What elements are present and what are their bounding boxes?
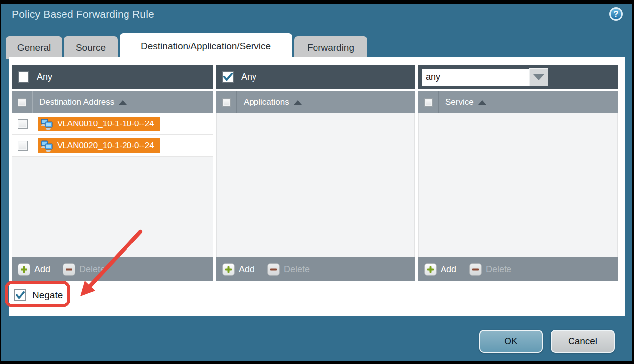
sort-ascending-icon: [478, 100, 486, 105]
add-label: Add: [239, 264, 254, 275]
address-object-label: VLAN0020_10-1-20-0--24: [57, 141, 154, 151]
service-column-title: Service: [445, 97, 474, 107]
destination-column-title: Destination Address: [39, 97, 114, 107]
delete-button[interactable]: Delete: [267, 263, 310, 276]
applications-any-bar: Any: [216, 65, 415, 89]
service-dropdown-bar: [418, 65, 618, 89]
address-object[interactable]: VLAN0020_10-1-20-0--24: [38, 138, 160, 153]
add-button[interactable]: Add: [222, 263, 254, 276]
tab-label: Source: [76, 42, 106, 53]
delete-button[interactable]: Delete: [469, 263, 511, 276]
plus-icon: [18, 263, 30, 276]
service-list: [418, 113, 618, 257]
service-combo: [422, 68, 548, 86]
applications-any-checkbox[interactable]: [222, 71, 234, 83]
tab-destination-application-service[interactable]: Destination/Application/Service: [120, 33, 292, 59]
service-panel: Service Add Delete: [418, 65, 618, 281]
tab-source[interactable]: Source: [64, 36, 118, 59]
help-icon[interactable]: ?: [609, 7, 623, 21]
row-checkbox[interactable]: [18, 141, 28, 151]
applications-column-title: Applications: [244, 97, 289, 107]
ok-button[interactable]: OK: [479, 330, 543, 353]
checkmark-icon: [16, 291, 25, 299]
tab-label: General: [17, 42, 51, 53]
delete-button[interactable]: Delete: [63, 263, 105, 276]
address-object-icon: [40, 140, 53, 152]
service-column-header[interactable]: Service: [418, 91, 618, 113]
tab-forwarding[interactable]: Forwarding: [294, 36, 367, 59]
dialog-body: Any Destination Address: [9, 57, 625, 316]
negate-row: Negate: [14, 289, 63, 301]
delete-label: Delete: [79, 264, 105, 275]
applications-select-all-checkbox[interactable]: [222, 98, 231, 107]
row-checkbox-cell: [12, 135, 33, 156]
address-object-label: VLAN0010_10-1-10-0--24: [57, 119, 154, 129]
plus-icon: [424, 263, 437, 276]
add-label: Add: [34, 264, 50, 275]
checkmark-icon: [223, 73, 233, 81]
cancel-button[interactable]: Cancel: [551, 330, 615, 353]
applications-footer: Add Delete: [216, 257, 415, 281]
sort-ascending-icon: [119, 100, 127, 105]
delete-label: Delete: [284, 264, 310, 275]
table-row[interactable]: VLAN0020_10-1-20-0--24: [12, 135, 213, 157]
negate-label: Negate: [32, 290, 63, 301]
help-glyph: ?: [614, 10, 619, 19]
tab-bar: General Source Destination/Application/S…: [6, 33, 367, 59]
chevron-down-icon: [533, 74, 544, 80]
delete-label: Delete: [486, 264, 511, 275]
tab-general[interactable]: General: [6, 36, 62, 59]
applications-panel: Any Applications Add Delete: [216, 65, 415, 281]
applications-list: [216, 113, 415, 257]
tab-label: Destination/Application/Service: [141, 41, 271, 52]
destination-column-header[interactable]: Destination Address: [12, 91, 213, 113]
service-dropdown-button[interactable]: [529, 68, 548, 86]
add-label: Add: [441, 264, 456, 275]
destination-any-label: Any: [37, 72, 52, 82]
service-dropdown-input[interactable]: [422, 69, 529, 86]
applications-column-header[interactable]: Applications: [216, 91, 415, 113]
row-checkbox-cell: [12, 113, 33, 134]
destination-select-all-checkbox[interactable]: [18, 98, 26, 107]
ok-label: OK: [504, 336, 517, 347]
table-row[interactable]: VLAN0010_10-1-10-0--24: [12, 113, 213, 135]
add-button[interactable]: Add: [18, 263, 50, 276]
cancel-label: Cancel: [568, 336, 597, 347]
sort-ascending-icon: [294, 100, 302, 105]
add-button[interactable]: Add: [424, 263, 456, 276]
destination-any-checkbox[interactable]: [18, 71, 29, 83]
applications-any-label: Any: [241, 72, 256, 82]
address-object-icon: [40, 118, 53, 130]
dialog-title: Policy Based Forwarding Rule: [12, 8, 154, 20]
destination-footer: Add Delete: [12, 257, 213, 281]
destination-address-panel: Any Destination Address: [12, 65, 213, 281]
address-object[interactable]: VLAN0010_10-1-10-0--24: [38, 117, 160, 131]
minus-icon: [469, 263, 482, 276]
minus-icon: [267, 263, 280, 276]
row-checkbox[interactable]: [18, 119, 28, 129]
column-divider: [237, 91, 237, 113]
negate-checkbox[interactable]: [14, 289, 26, 301]
destination-list: VLAN0010_10-1-10-0--24 VLAN0020_10-1-20-…: [12, 113, 213, 257]
tab-label: Forwarding: [307, 42, 354, 53]
destination-any-bar: Any: [12, 65, 213, 89]
minus-icon: [63, 263, 75, 276]
column-divider: [32, 91, 33, 113]
service-footer: Add Delete: [418, 257, 618, 281]
column-divider: [439, 91, 439, 113]
service-select-all-checkbox[interactable]: [424, 98, 433, 107]
plus-icon: [222, 263, 235, 276]
